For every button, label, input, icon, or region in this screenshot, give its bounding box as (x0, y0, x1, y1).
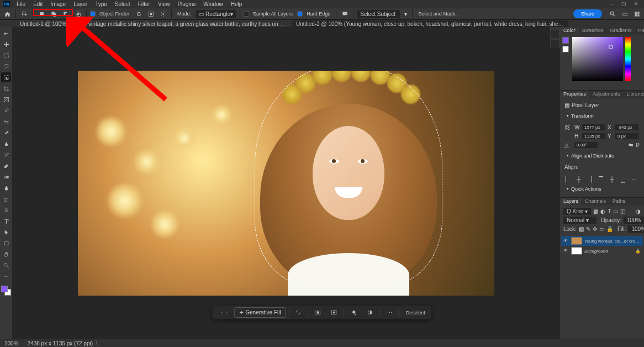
tab-libraries[interactable]: Libraries (624, 91, 644, 98)
align-top-icon[interactable]: ▔ (598, 176, 604, 182)
close-icon[interactable]: ✕ (634, 1, 638, 7)
select-subject-button[interactable]: Select Subject (357, 10, 400, 18)
menu-window[interactable]: Window (200, 1, 226, 8)
history-brush-tool-icon[interactable] (1, 150, 11, 160)
angle-field[interactable]: 0.00° (574, 142, 598, 148)
y-field[interactable]: 0 px (615, 133, 638, 139)
tab-gradients[interactable]: Gradients (607, 27, 635, 35)
healing-brush-tool-icon[interactable] (1, 117, 11, 127)
deselect-button[interactable]: Deselect (402, 308, 430, 317)
collapse-icon[interactable]: ⇤ (1, 28, 11, 38)
visibility-icon[interactable]: 👁 (563, 238, 569, 244)
clone-stamp-tool-icon[interactable] (1, 139, 11, 149)
maximize-icon[interactable]: ▢ (621, 1, 626, 7)
eyedropper-tool-icon[interactable] (1, 106, 11, 115)
tab-channels[interactable]: Channels (582, 198, 609, 206)
height-field[interactable]: 1135 px (582, 133, 605, 139)
background-swatch[interactable] (562, 46, 569, 52)
hue-slider[interactable] (625, 37, 631, 81)
gradient-tool-icon[interactable] (1, 172, 11, 182)
filter-toggle-icon[interactable]: ◑ (636, 208, 641, 214)
modify-selection-icon[interactable] (291, 308, 306, 317)
menu-image[interactable]: Image (47, 1, 69, 8)
minimize-icon[interactable]: ─ (610, 1, 614, 7)
doc-dimensions[interactable]: 2436 px x 1135 px (72 ppi) (28, 340, 93, 346)
fill-field[interactable]: 100% (628, 225, 644, 233)
distribute-icon[interactable]: ⋯ (631, 176, 637, 182)
fill-icon[interactable] (347, 308, 362, 317)
object-finder-toggle[interactable]: Object Finder (90, 11, 131, 17)
opacity-field[interactable]: 100% (624, 217, 644, 224)
intersect-selection-icon[interactable] (73, 9, 83, 19)
edit-toolbar-icon[interactable]: ⋯ (1, 271, 11, 281)
search-icon[interactable] (608, 9, 617, 19)
lock-icon[interactable]: 🔒 (635, 249, 641, 254)
quick-actions-section[interactable]: Quick Actions (560, 185, 644, 197)
collapsed-panel-icon[interactable] (551, 40, 559, 48)
link-icon[interactable]: ⛓ (564, 124, 572, 130)
tab-properties[interactable]: Properties (560, 91, 589, 98)
menu-filter[interactable]: Filter (135, 1, 154, 8)
foreground-swatch[interactable] (562, 37, 569, 44)
menu-help[interactable]: Help (228, 1, 246, 8)
width-field[interactable]: 1577 px (582, 124, 605, 130)
align-left-icon[interactable]: ▏ (564, 176, 571, 182)
blur-tool-icon[interactable] (1, 183, 11, 193)
lock-artboard-icon[interactable]: ▭ (599, 226, 604, 232)
tab-untitled-1[interactable]: Untitled-1 @ 100% (A 1988 vintage metall… (15, 20, 292, 28)
lock-all-icon[interactable]: 🔒 (606, 226, 613, 232)
lock-image-icon[interactable]: ✎ (586, 226, 590, 232)
menu-layer[interactable]: Layer (70, 1, 91, 8)
select-subject-dropdown-icon[interactable]: ▾ (402, 9, 409, 19)
filter-adjustment-icon[interactable]: ◐ (600, 208, 605, 214)
color-field[interactable] (572, 37, 623, 81)
lock-transparency-icon[interactable]: ▩ (579, 226, 584, 232)
cloud-icon[interactable] (620, 9, 630, 19)
layer-row[interactable]: 👁 Young woman, clo...er crown; golden (561, 236, 643, 246)
more-icon[interactable]: ⋯ (383, 308, 397, 317)
transform-section[interactable]: Transform (560, 112, 644, 120)
adjustment-icon[interactable] (363, 308, 378, 317)
flip-h-icon[interactable]: ⇋ (629, 142, 633, 148)
layer-name[interactable]: Background (584, 249, 633, 254)
filter-pixel-icon[interactable]: ▩ (593, 208, 598, 214)
lasso-tool-icon[interactable] (1, 61, 11, 71)
frame-tool-icon[interactable] (1, 94, 11, 104)
filter-smart-icon[interactable]: ◫ (620, 208, 625, 214)
dodge-tool-icon[interactable] (1, 194, 11, 204)
overlay-icon[interactable] (146, 9, 156, 19)
align-vcenter-icon[interactable]: ┼ (609, 176, 615, 182)
layer-name[interactable]: Young woman, clo...er crown; golden (584, 239, 641, 244)
workspace-icon[interactable] (632, 9, 642, 19)
layer-thumbnail[interactable] (571, 237, 582, 245)
refresh-icon[interactable] (134, 9, 144, 19)
tab-layers[interactable]: Layers (560, 198, 582, 206)
new-selection-icon[interactable] (36, 9, 46, 19)
color-swatches[interactable] (1, 286, 11, 296)
mask-icon[interactable] (327, 308, 342, 317)
layer-row[interactable]: 👁 Background 🔒 (561, 246, 643, 256)
crop-tool-icon[interactable] (1, 83, 11, 93)
pen-tool-icon[interactable] (1, 205, 11, 215)
zoom-tool-icon[interactable] (1, 260, 11, 270)
menu-type[interactable]: Type (92, 1, 110, 8)
align-bottom-icon[interactable]: ▁ (620, 176, 626, 182)
eraser-tool-icon[interactable] (1, 161, 11, 171)
document-canvas[interactable] (78, 71, 494, 296)
type-tool-icon[interactable] (1, 216, 11, 226)
filter-type-icon[interactable]: T (608, 208, 611, 214)
tab-color[interactable]: Color (560, 27, 579, 35)
filter-shape-icon[interactable]: ▭ (613, 208, 618, 214)
align-hcenter-icon[interactable]: ┼ (576, 176, 582, 182)
align-section[interactable]: Align and Distribute (560, 151, 644, 160)
tab-swatches[interactable]: Swatches (579, 27, 607, 35)
tool-preset-icon[interactable] (19, 9, 29, 19)
object-selection-tool-icon[interactable] (1, 72, 11, 82)
path-selection-tool-icon[interactable] (1, 227, 11, 237)
invert-selection-icon[interactable] (311, 308, 326, 317)
menu-view[interactable]: View (155, 1, 173, 8)
align-right-icon[interactable]: ▕ (587, 176, 593, 182)
feedback-icon[interactable] (340, 9, 350, 19)
x-field[interactable]: -843 px (615, 124, 638, 130)
blend-mode-dropdown[interactable]: Normal ▾ (563, 217, 597, 224)
